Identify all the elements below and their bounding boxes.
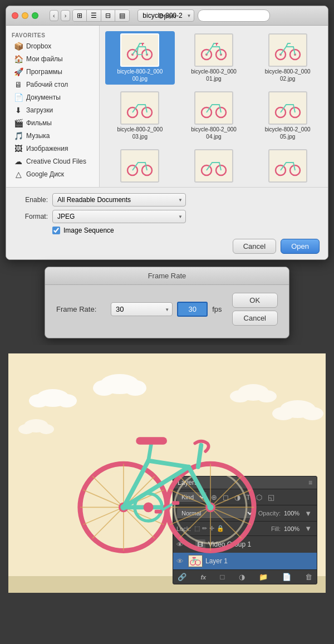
svg-rect-83: [193, 557, 196, 559]
layer-smart-icon[interactable]: ◱: [266, 493, 276, 502]
file-item-3[interactable]: bicycle-800-2_00003.jpg: [105, 89, 175, 142]
sidebar-item-desktop[interactable]: 🖥 Рабочий стол: [8, 78, 97, 91]
framerate-select-wrapper: 30: [111, 302, 173, 316]
file-thumbnail-7: [194, 149, 233, 183]
file-thumbnail-6: [120, 149, 159, 183]
layer-1[interactable]: 👁 Layer 1: [173, 553, 317, 569]
opacity-value: 100%: [284, 510, 299, 517]
sidebar-section-title: FAVORITES: [6, 30, 99, 40]
sidebar-item-music[interactable]: 🎵 Музыка: [8, 130, 97, 142]
svg-point-39: [24, 419, 48, 432]
format-select[interactable]: JPEG: [52, 210, 186, 223]
dialog-title: Open: [158, 12, 176, 20]
sidebar-item-downloads[interactable]: ⬇ Загрузки: [8, 104, 97, 116]
file-thumbnail-0: [120, 33, 159, 67]
adjustment-icon[interactable]: ◑: [239, 573, 245, 581]
layer-effects-icon[interactable]: fx: [200, 574, 206, 581]
sidebar-item-pictures[interactable]: 🖼 Изображения: [8, 142, 97, 155]
svg-line-71: [149, 442, 152, 460]
sidebar-label-documents: Документы: [26, 94, 61, 101]
file-item-1[interactable]: bicycle-800-2_00001.jpg: [179, 31, 249, 85]
ok-button[interactable]: OK: [232, 293, 278, 308]
file-item-8[interactable]: [253, 147, 322, 186]
svg-line-70: [198, 445, 202, 467]
file-thumbnail-4: [194, 91, 233, 125]
dialog-titlebar: ‹ › ⊞ ☰ ⊟ ▤ bicycle-800-2 Open: [6, 6, 328, 26]
framerate-label: Frame Rate:: [56, 305, 106, 313]
google-drive-icon: △: [14, 170, 23, 179]
back-button[interactable]: ‹: [50, 10, 58, 21]
sidebar-item-movies[interactable]: 🎬 Фильмы: [8, 117, 97, 129]
forward-button[interactable]: ›: [61, 10, 71, 21]
file-label-4: bicycle-800-2_00004.jpg: [191, 126, 237, 140]
layers-footer: 🔗 fx □ ◑ 📁 📄 🗑: [173, 569, 317, 584]
sidebar-item-documents[interactable]: 📄 Документы: [8, 91, 97, 104]
coverflow-view-button[interactable]: ▤: [115, 10, 129, 21]
file-item-0[interactable]: bicycle-800-2_00000.jpg: [105, 31, 175, 85]
file-item-6[interactable]: [105, 147, 175, 186]
open-button[interactable]: Open: [281, 239, 320, 254]
new-group-icon[interactable]: 📁: [259, 573, 268, 581]
movies-icon: 🎬: [14, 119, 23, 127]
cancel-button[interactable]: Cancel: [233, 239, 276, 254]
sidebar-item-google-drive[interactable]: △ Google Диск: [8, 168, 97, 180]
layer1-visibility-icon[interactable]: 👁: [176, 557, 185, 566]
desktop-icon: 🖥: [14, 80, 23, 89]
enable-select[interactable]: All Readable Documents: [52, 193, 186, 207]
column-view-button[interactable]: ⊟: [101, 10, 115, 21]
sidebar-item-myfiles[interactable]: 🏠 Мои файлы: [8, 53, 97, 65]
framerate-input[interactable]: 30: [177, 302, 208, 317]
svg-point-36: [280, 400, 316, 418]
image-sequence-checkbox[interactable]: [52, 227, 60, 234]
programs-icon: 🚀: [14, 67, 23, 76]
dialog-actions: Cancel Open: [14, 234, 320, 254]
opacity-menu-icon[interactable]: ▼: [303, 509, 313, 518]
close-button[interactable]: [12, 12, 18, 19]
svg-rect-76: [172, 501, 179, 505]
maximize-button[interactable]: [32, 12, 38, 19]
documents-icon: 📄: [14, 93, 23, 102]
link-layers-icon[interactable]: 🔗: [178, 573, 186, 581]
framerate-select[interactable]: 30: [111, 302, 173, 316]
image-sequence-label: Image Sequence: [63, 227, 114, 234]
minimize-button[interactable]: [22, 12, 28, 19]
framerate-cancel-button[interactable]: Cancel: [232, 311, 278, 326]
fill-menu-icon[interactable]: ▼: [303, 524, 313, 533]
svg-point-41: [38, 424, 54, 434]
file-thumbnail-8: [268, 149, 307, 183]
file-item-5[interactable]: bicycle-800-2_00005.jpg: [253, 89, 322, 142]
sidebar-item-programs[interactable]: 🚀 Программы: [8, 66, 97, 78]
open-dialog: ‹ › ⊞ ☰ ⊟ ▤ bicycle-800-2 Open FAVORI: [6, 6, 328, 260]
pictures-icon: 🖼: [14, 144, 23, 153]
sidebar-label-creative-cloud: Creative Cloud Files: [26, 158, 86, 165]
view-toggle-group: ⊞ ☰ ⊟ ▤: [72, 9, 130, 22]
canvas-area: Layers ≡ Kind ⊕ ◻ ◑ T ⬡ ◱ Normal Opaci: [8, 353, 326, 593]
enable-row: Enable: All Readable Documents: [14, 193, 320, 207]
sidebar-item-creative-cloud[interactable]: ☁ Creative Cloud Files: [8, 155, 97, 168]
file-item-4[interactable]: bicycle-800-2_00004.jpg: [179, 89, 249, 142]
file-thumbnail-5: [268, 91, 307, 125]
file-label-2: bicycle-800-2_00002.jpg: [265, 68, 311, 82]
layers-menu-icon[interactable]: ≡: [308, 479, 312, 486]
search-input[interactable]: [198, 9, 270, 22]
new-fill-icon[interactable]: □: [220, 573, 225, 581]
icon-view-button[interactable]: ⊞: [73, 10, 87, 21]
framerate-buttons: OK Cancel: [232, 293, 278, 326]
sidebar-label-music: Музыка: [26, 132, 50, 140]
list-view-button[interactable]: ☰: [87, 10, 101, 21]
svg-point-27: [36, 389, 70, 407]
file-label-5: bicycle-800-2_00005.jpg: [265, 126, 311, 140]
file-item-7[interactable]: [179, 147, 249, 186]
framerate-row: Frame Rate: 30 30 fps OK Cancel: [56, 293, 278, 326]
home-icon: 🏠: [14, 55, 23, 63]
fill-label: Fill:: [271, 525, 281, 532]
dialog-body: FAVORITES 📦 Dropbox 🏠 Мои файлы 🚀 Програ…: [6, 26, 328, 187]
new-layer-icon[interactable]: 📄: [282, 573, 291, 581]
delete-layer-icon[interactable]: 🗑: [305, 573, 312, 581]
sidebar-label-movies: Фильмы: [26, 119, 52, 127]
file-thumbnail-3: [120, 91, 159, 125]
file-item-2[interactable]: bicycle-800-2_00002.jpg: [253, 31, 322, 85]
sidebar-item-dropbox[interactable]: 📦 Dropbox: [8, 40, 97, 52]
enable-label: Enable:: [14, 196, 48, 204]
music-icon: 🎵: [14, 131, 23, 140]
